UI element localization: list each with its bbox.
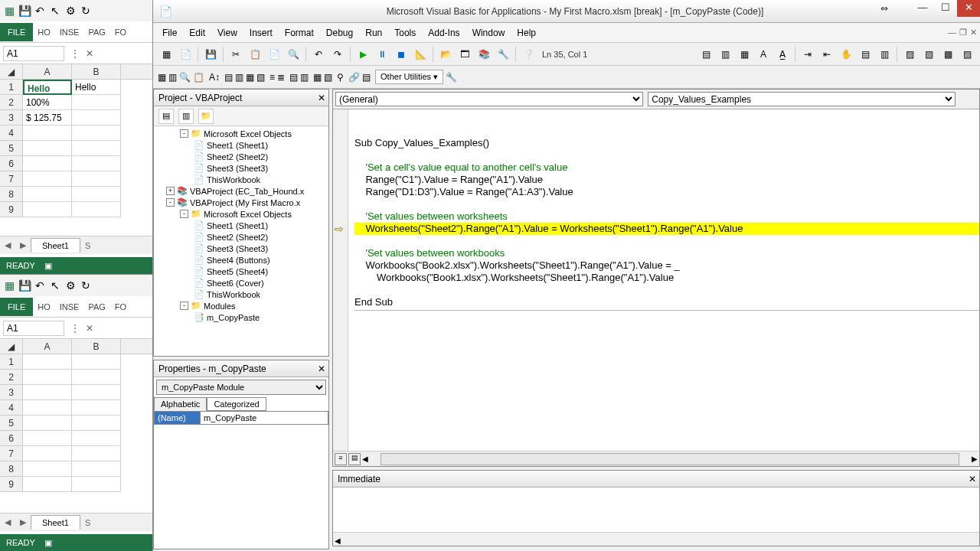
- undo-icon[interactable]: ↶: [34, 279, 46, 292]
- expand-icon[interactable]: -: [180, 210, 188, 218]
- design-mode-icon[interactable]: 📐: [412, 46, 429, 63]
- cell[interactable]: [72, 202, 121, 217]
- cell[interactable]: [72, 446, 121, 461]
- sheet-nav-next[interactable]: ▶: [15, 517, 31, 527]
- sheet-nav-prev[interactable]: ◀: [0, 240, 15, 250]
- code-line[interactable]: [354, 284, 979, 296]
- cancel-icon[interactable]: ✕: [86, 323, 93, 334]
- menu-tools[interactable]: Tools: [388, 28, 422, 38]
- expand-icon[interactable]: +: [166, 187, 175, 195]
- redo-icon[interactable]: ↷: [329, 46, 346, 63]
- code-line[interactable]: [354, 149, 979, 161]
- cell[interactable]: Hello: [23, 80, 72, 95]
- immediate-input[interactable]: [333, 487, 979, 532]
- object-browser-icon[interactable]: 📚: [475, 46, 492, 63]
- code-gutter[interactable]: ⇨: [333, 109, 348, 451]
- row-header[interactable]: 9: [0, 477, 23, 492]
- indent-icon[interactable]: ⇥: [799, 46, 816, 63]
- tb2-icon[interactable]: ≡: [270, 72, 275, 83]
- procedure-dropdown[interactable]: Copy_Values_Examples: [648, 92, 956, 106]
- excel-icon[interactable]: ▦: [3, 5, 15, 17]
- toolbox-icon[interactable]: 🔧: [495, 46, 511, 63]
- tb-icon[interactable]: ▥: [876, 46, 893, 63]
- row-header[interactable]: 5: [0, 416, 23, 431]
- tree-item[interactable]: -📚VBAProject (My First Macro.x: [155, 197, 327, 208]
- tb2-icon[interactable]: ▥: [300, 72, 309, 83]
- cell[interactable]: [23, 156, 72, 171]
- restore-icon[interactable]: ⇔: [880, 3, 888, 14]
- outdent-icon[interactable]: ⇤: [818, 46, 835, 63]
- row-header[interactable]: 6: [0, 156, 23, 171]
- expand-icon[interactable]: -: [180, 302, 188, 310]
- undo-icon[interactable]: ↶: [34, 5, 46, 17]
- cell[interactable]: [72, 431, 121, 446]
- code-editor[interactable]: Sub Copy_Values_Examples() 'Set a cell's…: [348, 109, 979, 451]
- ribbon-tab[interactable]: PAG: [83, 302, 109, 311]
- select-all[interactable]: ◢: [0, 339, 23, 354]
- sheet-tab-partial[interactable]: S: [80, 518, 95, 527]
- row-header[interactable]: 6: [0, 431, 23, 446]
- menu-debug[interactable]: Debug: [320, 28, 359, 38]
- row-header[interactable]: 3: [0, 110, 23, 126]
- code-line[interactable]: End Sub: [354, 296, 979, 308]
- col-header[interactable]: B: [72, 64, 121, 79]
- cell[interactable]: [23, 354, 72, 370]
- row-header[interactable]: 8: [0, 461, 23, 477]
- prop-name-value[interactable]: m_CopyPaste: [201, 412, 328, 424]
- cell[interactable]: [23, 171, 72, 187]
- tree-item[interactable]: 📄Sheet4 (Buttons): [155, 254, 327, 266]
- project-explorer-icon[interactable]: 📂: [437, 46, 454, 63]
- cell[interactable]: [23, 385, 72, 400]
- tb2-icon[interactable]: ≣: [277, 72, 285, 83]
- close-icon[interactable]: ✕: [318, 364, 325, 374]
- macro-icon[interactable]: ⚙: [64, 279, 77, 292]
- tree-item[interactable]: 📄Sheet1 (Sheet1): [155, 139, 327, 151]
- cell[interactable]: [23, 202, 72, 217]
- tree-item[interactable]: 📄Sheet5 (Sheet4): [155, 266, 327, 277]
- project-tree[interactable]: -📁Microsoft Excel Objects📄Sheet1 (Sheet1…: [154, 126, 328, 341]
- ribbon-file[interactable]: FILE: [0, 298, 33, 316]
- find-icon[interactable]: 🔍: [285, 46, 302, 63]
- code-line[interactable]: Workbooks("Book2.xlsx").Worksheets("Shee…: [354, 259, 979, 272]
- cell[interactable]: [23, 446, 72, 461]
- tb2-icon[interactable]: 📋: [193, 72, 204, 83]
- cancel-icon[interactable]: ✕: [86, 48, 93, 59]
- cell[interactable]: [23, 187, 72, 202]
- save-icon[interactable]: 💾: [202, 46, 219, 63]
- row-header[interactable]: 2: [0, 95, 23, 110]
- pointer-icon[interactable]: ↖: [49, 279, 61, 292]
- tree-item[interactable]: 📄Sheet3 (Sheet3): [155, 162, 327, 174]
- save-icon[interactable]: 💾: [18, 279, 31, 292]
- tb-icon[interactable]: ▨: [959, 46, 975, 63]
- cell[interactable]: [72, 370, 121, 385]
- tb-icon[interactable]: ▩: [939, 46, 956, 63]
- cell[interactable]: [23, 416, 72, 431]
- pointer-icon[interactable]: ↖: [49, 5, 61, 17]
- object-dropdown[interactable]: (General): [335, 92, 643, 106]
- tb-icon[interactable]: ▤: [697, 46, 714, 63]
- code-line[interactable]: Workbooks("Book1.xlsx").Worksheets("Shee…: [354, 272, 979, 284]
- code-line[interactable]: Sub Copy_Values_Examples(): [354, 137, 979, 149]
- help-icon[interactable]: ❔: [520, 46, 537, 63]
- cell[interactable]: [72, 400, 121, 416]
- bookmark-icon[interactable]: ✋: [838, 46, 854, 63]
- ribbon-tab[interactable]: PAG: [83, 28, 109, 37]
- tb2-icon[interactable]: ▤: [224, 72, 233, 83]
- menu-insert[interactable]: Insert: [243, 28, 279, 38]
- view-code-icon[interactable]: ▤: [158, 109, 174, 124]
- tb-icon[interactable]: ▨: [901, 46, 918, 63]
- cell[interactable]: [23, 431, 72, 446]
- select-all[interactable]: ◢: [0, 64, 23, 79]
- cell[interactable]: [23, 400, 72, 416]
- menu-format[interactable]: Format: [279, 28, 320, 38]
- row-header[interactable]: 4: [0, 400, 23, 416]
- code-line[interactable]: Range("D1:D3").Value = Range("A1:A3").Va…: [354, 186, 979, 198]
- row-header[interactable]: 7: [0, 446, 23, 461]
- refresh-icon[interactable]: ↻: [80, 279, 92, 292]
- tb-icon[interactable]: ▤: [857, 46, 874, 63]
- cell[interactable]: [23, 370, 72, 385]
- cell[interactable]: [72, 461, 121, 477]
- copy-icon[interactable]: 📋: [247, 46, 263, 63]
- menu-view[interactable]: View: [211, 28, 243, 38]
- menu-window[interactable]: Window: [466, 28, 511, 38]
